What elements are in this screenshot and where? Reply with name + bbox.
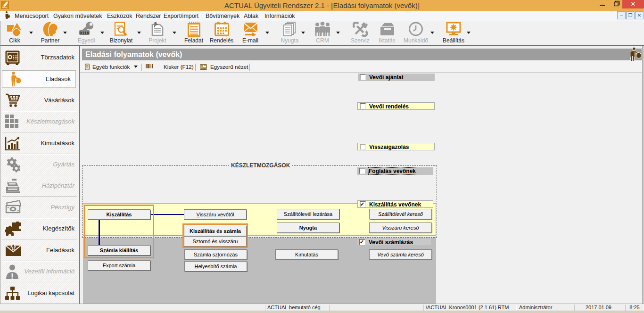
svg-text:0110: 0110 [80,30,90,35]
